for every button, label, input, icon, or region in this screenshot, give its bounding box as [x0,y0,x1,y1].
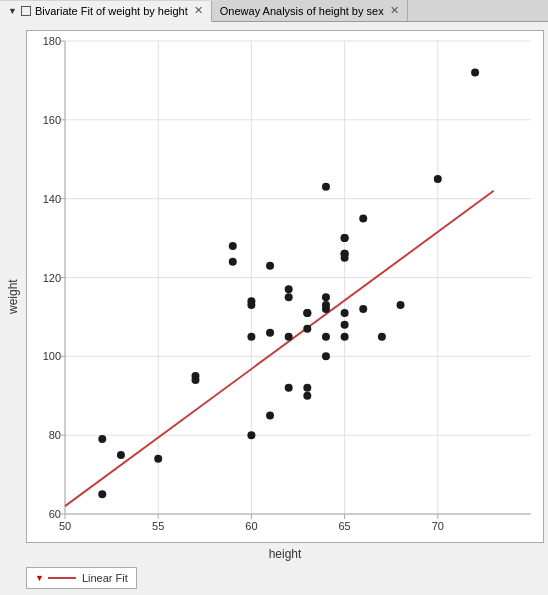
legend-line-icon [48,577,76,579]
svg-point-44 [191,376,199,384]
svg-text:80: 80 [49,429,61,441]
svg-point-79 [378,333,386,341]
svg-point-54 [285,285,293,293]
svg-point-39 [98,435,106,443]
svg-text:55: 55 [152,520,164,532]
svg-point-51 [266,262,274,270]
tab-oneway-label: Oneway Analysis of height by sex [220,5,384,17]
svg-text:180: 180 [43,35,61,47]
svg-point-77 [359,214,367,222]
svg-point-45 [229,242,237,250]
svg-point-78 [359,305,367,313]
svg-point-59 [303,309,311,317]
tab-window-icon [21,6,31,16]
legend-area[interactable]: ▼ Linear Fit [26,567,137,589]
svg-point-70 [341,234,349,242]
svg-point-42 [154,455,162,463]
svg-point-75 [341,321,349,329]
svg-point-56 [285,333,293,341]
svg-point-53 [266,411,274,419]
tab-dropdown-icon[interactable]: ▼ [8,6,17,16]
legend-label: Linear Fit [82,572,128,584]
chart-inner: 60801001201401601805055606570 height [22,30,544,563]
svg-point-80 [397,301,405,309]
plot-svg: 60801001201401601805055606570 [27,31,543,542]
svg-text:60: 60 [245,520,257,532]
svg-point-62 [303,392,311,400]
svg-point-67 [322,333,330,341]
svg-point-60 [303,325,311,333]
svg-point-76 [341,333,349,341]
chart-area: weight 60801001201401601805055606570 hei… [0,22,548,567]
svg-point-74 [341,309,349,317]
main-content: weight 60801001201401601805055606570 hei… [0,22,548,595]
svg-point-50 [247,431,255,439]
svg-text:65: 65 [338,520,350,532]
svg-text:100: 100 [43,350,61,362]
svg-point-46 [229,258,237,266]
svg-point-49 [247,333,255,341]
svg-point-63 [322,183,330,191]
svg-text:120: 120 [43,272,61,284]
tab-bivariate[interactable]: ▼ Bivariate Fit of weight by height ✕ [0,1,212,22]
svg-point-48 [247,301,255,309]
svg-point-81 [434,175,442,183]
tab-bivariate-close[interactable]: ✕ [194,4,203,17]
svg-point-64 [322,293,330,301]
svg-point-40 [98,490,106,498]
svg-point-57 [285,384,293,392]
svg-point-66 [322,305,330,313]
svg-point-52 [266,329,274,337]
svg-text:50: 50 [59,520,71,532]
svg-text:60: 60 [49,508,61,520]
svg-point-55 [285,293,293,301]
y-axis-label: weight [4,30,22,563]
tab-oneway[interactable]: Oneway Analysis of height by sex ✕ [212,0,408,21]
svg-point-41 [117,451,125,459]
tab-bivariate-label: Bivariate Fit of weight by height [35,5,188,17]
svg-point-61 [303,384,311,392]
tab-oneway-close[interactable]: ✕ [390,4,399,17]
tab-bar: ▼ Bivariate Fit of weight by height ✕ On… [0,0,548,22]
svg-point-82 [471,69,479,77]
svg-point-68 [322,352,330,360]
svg-text:140: 140 [43,193,61,205]
svg-text:160: 160 [43,114,61,126]
x-axis-label: height [26,543,544,563]
plot-area: 60801001201401601805055606570 [26,30,544,543]
svg-text:70: 70 [432,520,444,532]
svg-point-73 [341,254,349,262]
svg-line-38 [65,191,494,506]
legend-dropdown-icon[interactable]: ▼ [35,573,44,583]
